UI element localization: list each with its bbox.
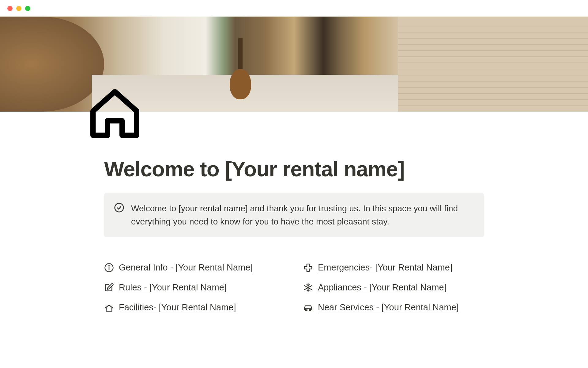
info-icon — [104, 263, 114, 273]
link-label: General Info - [Your Rental Name] — [119, 262, 253, 274]
window-close-button[interactable] — [7, 6, 13, 11]
link-emergencies[interactable]: Emergencies- [Your Rental Name] — [303, 262, 484, 274]
window-maximize-button[interactable] — [25, 6, 30, 11]
house-small-icon — [104, 303, 114, 313]
home-icon — [86, 84, 144, 143]
link-label: Appliances - [Your Rental Name] — [318, 282, 447, 294]
link-near-services[interactable]: Near Services - [Your Rental Name] — [303, 301, 484, 314]
link-facilities[interactable]: Facilities- [Your Rental Name] — [104, 301, 285, 314]
edit-icon — [104, 283, 114, 293]
svg-point-7 — [305, 309, 307, 311]
link-appliances[interactable]: Appliances - [Your Rental Name] — [303, 282, 484, 294]
plus-medical-icon — [303, 263, 313, 273]
welcome-callout[interactable]: Welcome to [your rental name] and thank … — [104, 193, 484, 237]
car-icon — [303, 303, 313, 313]
link-rules[interactable]: Rules - [Your Rental Name] — [104, 282, 285, 294]
page-title[interactable]: Welcome to [Your rental name] — [104, 158, 484, 181]
page-links-grid: General Info - [Your Rental Name] Rules … — [104, 262, 484, 314]
link-label: Emergencies- [Your Rental Name] — [318, 262, 452, 274]
svg-point-3 — [109, 266, 109, 266]
snowflake-icon — [303, 283, 313, 293]
svg-point-0 — [115, 203, 123, 212]
page-content: Welcome to [Your rental name] Welcome to… — [80, 112, 508, 314]
page-icon[interactable] — [86, 84, 144, 143]
svg-point-8 — [309, 309, 311, 311]
link-label: Facilities- [Your Rental Name] — [119, 301, 236, 314]
link-general-info[interactable]: General Info - [Your Rental Name] — [104, 262, 285, 274]
window-titlebar — [0, 0, 588, 17]
window-minimize-button[interactable] — [16, 6, 21, 11]
link-label: Near Services - [Your Rental Name] — [318, 301, 459, 314]
check-circle-icon — [114, 202, 124, 213]
welcome-callout-text: Welcome to [your rental name] and thank … — [131, 202, 474, 228]
link-label: Rules - [Your Rental Name] — [119, 282, 227, 294]
